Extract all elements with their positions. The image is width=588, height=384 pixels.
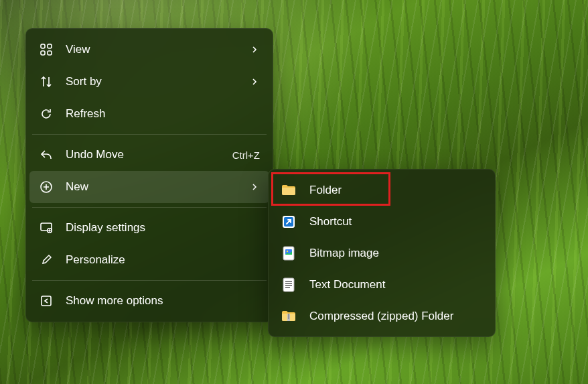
submenu-item-bitmap[interactable]: Bitmap image [272, 237, 492, 269]
menu-item-label: Undo Move [66, 148, 232, 162]
menu-item-label: View [66, 43, 249, 56]
folder-icon [281, 183, 296, 198]
more-options-icon [39, 294, 54, 308]
menu-item-label: Display settings [66, 221, 260, 235]
submenu-item-text-document[interactable]: Text Document [272, 269, 492, 300]
svg-rect-0 [41, 44, 45, 48]
menu-item-view[interactable]: View [29, 34, 269, 66]
menu-item-sort-by[interactable]: Sort by [29, 66, 269, 98]
new-submenu: Folder Shortcut Bitmap image [268, 169, 496, 337]
submenu-item-folder[interactable]: Folder [272, 174, 492, 206]
submenu-item-label: Folder [309, 184, 342, 197]
undo-icon [39, 147, 54, 162]
submenu-item-label: Text Document [309, 278, 385, 292]
zip-folder-icon [281, 309, 296, 324]
menu-item-label: New [66, 180, 249, 194]
menu-separator [32, 207, 267, 208]
menu-item-personalize[interactable]: Personalize [29, 244, 269, 276]
display-icon [39, 220, 54, 235]
chevron-right-icon [249, 46, 260, 54]
submenu-item-shortcut[interactable]: Shortcut [272, 206, 492, 237]
menu-item-display-settings[interactable]: Display settings [29, 212, 269, 244]
menu-separator [32, 134, 267, 135]
desktop-context-menu: View Sort by Refresh Undo Move [25, 28, 273, 322]
menu-item-label: Sort by [66, 75, 249, 88]
menu-item-label: Personalize [66, 253, 260, 267]
svg-rect-2 [41, 51, 45, 55]
shortcut-icon [281, 214, 296, 229]
submenu-item-label: Bitmap image [309, 247, 379, 260]
menu-separator [32, 280, 267, 281]
svg-rect-7 [42, 296, 51, 306]
refresh-icon [39, 107, 54, 121]
menu-item-show-more-options[interactable]: Show more options [29, 285, 269, 317]
chevron-right-icon [249, 183, 260, 191]
sort-icon [39, 74, 54, 89]
menu-item-refresh[interactable]: Refresh [29, 98, 269, 130]
grid-icon [39, 42, 54, 57]
menu-item-label: Show more options [66, 294, 260, 308]
plus-circle-icon [39, 180, 54, 194]
svg-rect-1 [48, 44, 52, 48]
bitmap-icon [281, 246, 296, 261]
svg-rect-13 [283, 278, 294, 292]
submenu-item-compressed-folder[interactable]: Compressed (zipped) Folder [272, 300, 492, 332]
menu-item-label: Refresh [66, 107, 260, 121]
svg-rect-3 [48, 51, 52, 55]
submenu-item-label: Shortcut [309, 215, 352, 229]
brush-icon [39, 253, 54, 267]
svg-point-12 [287, 250, 288, 251]
menu-item-undo-move[interactable]: Undo Move Ctrl+Z [29, 139, 269, 171]
text-document-icon [281, 277, 296, 292]
submenu-item-label: Compressed (zipped) Folder [309, 310, 453, 323]
menu-item-shortcut: Ctrl+Z [232, 149, 260, 161]
chevron-right-icon [249, 78, 260, 86]
menu-item-new[interactable]: New [29, 171, 269, 203]
